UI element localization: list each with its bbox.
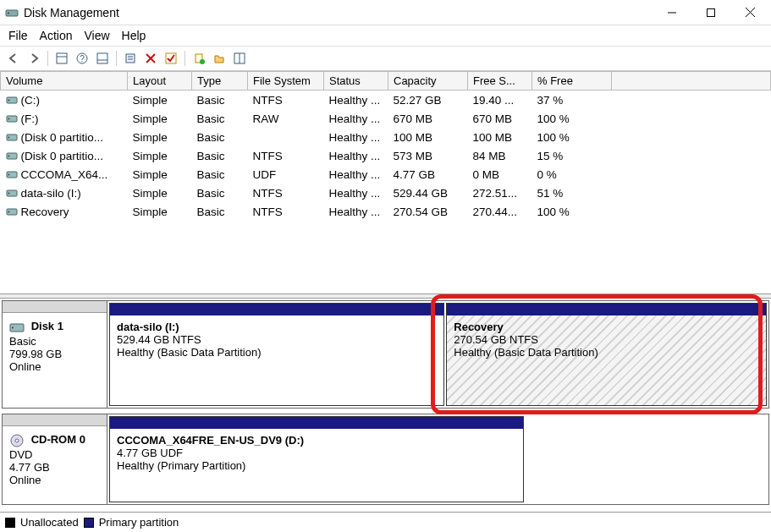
menu-view[interactable]: View (84, 29, 109, 42)
hdd-icon (9, 320, 25, 335)
partition-data-silo[interactable]: data-silo (I:) 529.44 GB NTFS Healthy (B… (109, 303, 444, 406)
vol-status: Healthy ... (324, 90, 388, 110)
disk-row-cdrom0[interactable]: CD-ROM 0 DVD 4.77 GB Online CCCOMA_X64FR… (2, 414, 769, 505)
volume-table[interactable]: Volume Layout Type File System Status Ca… (0, 71, 771, 221)
table-row[interactable]: (Disk 0 partitio...SimpleBasicNTFSHealth… (1, 146, 771, 165)
maximize-button[interactable] (691, 0, 730, 25)
vol-name: Recovery (21, 206, 69, 218)
vol-capacity: 52.27 GB (388, 90, 468, 110)
svg-text:?: ? (80, 54, 85, 63)
close-button[interactable] (730, 0, 769, 25)
vol-free: 84 MB (468, 146, 532, 165)
table-row[interactable]: (F:)SimpleBasicRAWHealthy ...670 MB670 M… (1, 109, 771, 128)
volume-list-pane: Volume Layout Type File System Status Ca… (0, 71, 771, 221)
doc-add-icon[interactable] (190, 50, 207, 67)
drive-icon (6, 131, 18, 143)
vol-capacity: 100 MB (388, 128, 468, 146)
view-bottom-icon[interactable] (94, 50, 111, 67)
check-icon[interactable] (162, 50, 179, 67)
table-row[interactable]: CCCOMA_X64...SimpleBasicUDFHealthy ...4.… (1, 165, 771, 184)
partition-header (110, 417, 523, 429)
col-pctfree[interactable]: % Free (532, 72, 612, 90)
disk-status: Online (9, 360, 100, 373)
partition-cccoma[interactable]: CCCOMA_X64FRE_EN-US_DV9 (D:) 4.77 GB UDF… (109, 416, 524, 502)
col-status[interactable]: Status (324, 72, 388, 90)
view-top-icon[interactable] (53, 50, 70, 67)
swatch-unallocated (5, 518, 15, 528)
vol-free: 100 MB (468, 128, 532, 146)
vol-fs: NTFS (248, 202, 324, 221)
title-bar: Disk Management (0, 0, 771, 25)
disk-name: CD-ROM 0 (31, 433, 85, 446)
partition-size: 270.54 GB NTFS (454, 333, 759, 346)
vol-capacity: 270.54 GB (388, 202, 468, 221)
col-type[interactable]: Type (192, 72, 248, 90)
disk-type: Basic (9, 335, 100, 348)
vol-fs: NTFS (248, 184, 324, 202)
table-row[interactable]: data-silo (I:)SimpleBasicNTFSHealthy ...… (1, 184, 771, 202)
minimize-button[interactable] (653, 0, 691, 25)
menu-help[interactable]: Help (122, 29, 146, 42)
toolbar-separator (47, 51, 48, 66)
vol-free: 272.51... (468, 184, 532, 202)
col-free[interactable]: Free S... (468, 72, 532, 90)
disk-size: 799.98 GB (9, 348, 100, 360)
delete-icon[interactable] (142, 50, 159, 67)
vol-free: 670 MB (468, 109, 532, 128)
vol-layout: Simple (128, 165, 192, 184)
vol-status: Healthy ... (324, 146, 388, 165)
menu-file[interactable]: File (8, 29, 28, 42)
folder-icon[interactable] (211, 50, 228, 67)
vol-type: Basic (192, 128, 248, 146)
disk-row-disk1[interactable]: Disk 1 Basic 799.98 GB Online data-silo … (2, 300, 769, 409)
help-icon[interactable]: ? (74, 50, 91, 67)
partition-status: Healthy (Basic Data Partition) (117, 346, 437, 359)
partition-name: CCCOMA_X64FRE_EN-US_DV9 (D:) (117, 434, 516, 447)
col-fs[interactable]: File System (248, 72, 324, 90)
drive-icon (6, 112, 18, 124)
table-row[interactable]: (C:)SimpleBasicNTFSHealthy ...52.27 GB19… (1, 90, 771, 110)
table-row[interactable]: (Disk 0 partitio...SimpleBasicHealthy ..… (1, 128, 771, 146)
drive-icon (6, 187, 18, 199)
legend: Unallocated Primary partition (0, 512, 771, 532)
vol-type: Basic (192, 146, 248, 165)
svg-point-37 (12, 327, 14, 329)
partition-size: 529.44 GB NTFS (117, 333, 437, 346)
vol-layout: Simple (128, 184, 192, 202)
partition-size: 4.77 GB UDF (117, 447, 516, 459)
vol-free: 0 MB (468, 165, 532, 184)
disk-partitions: data-silo (I:) 529.44 GB NTFS Healthy (B… (107, 301, 768, 408)
col-capacity[interactable]: Capacity (388, 72, 468, 90)
vol-free: 19.40 ... (468, 90, 532, 110)
col-volume[interactable]: Volume (1, 72, 128, 90)
forward-icon[interactable] (25, 50, 42, 67)
disk-status: Online (9, 474, 100, 486)
menu-action[interactable]: Action (40, 29, 73, 42)
svg-point-35 (8, 211, 9, 213)
vol-fs: NTFS (248, 90, 324, 110)
vol-layout: Simple (128, 202, 192, 221)
disk-size: 4.77 GB (9, 461, 100, 474)
disc-icon (9, 433, 25, 448)
vol-type: Basic (192, 184, 248, 202)
vol-capacity: 573 MB (388, 146, 468, 165)
vol-name: (F:) (21, 112, 39, 125)
disk-map-pane: Disk 1 Basic 799.98 GB Online data-silo … (0, 299, 771, 512)
properties-icon[interactable] (122, 50, 139, 67)
disk-name: Disk 1 (31, 320, 63, 332)
list-icon[interactable] (231, 50, 248, 67)
table-header-row: Volume Layout Type File System Status Ca… (1, 72, 771, 90)
table-row[interactable]: RecoverySimpleBasicNTFSHealthy ...270.54… (1, 202, 771, 221)
svg-point-29 (8, 156, 9, 157)
vol-fs: UDF (248, 165, 324, 184)
vol-pctfree: 51 % (532, 184, 612, 202)
toolbar: ? (0, 47, 771, 71)
vol-name: CCCOMA_X64... (21, 168, 108, 181)
drive-icon (6, 168, 18, 180)
col-layout[interactable]: Layout (128, 72, 192, 90)
legend-primary: Primary partition (99, 516, 179, 529)
back-icon[interactable] (5, 50, 22, 67)
svg-point-25 (8, 118, 9, 120)
disk-type: DVD (9, 448, 100, 461)
partition-recovery[interactable]: Recovery 270.54 GB NTFS Healthy (Basic D… (446, 303, 767, 406)
